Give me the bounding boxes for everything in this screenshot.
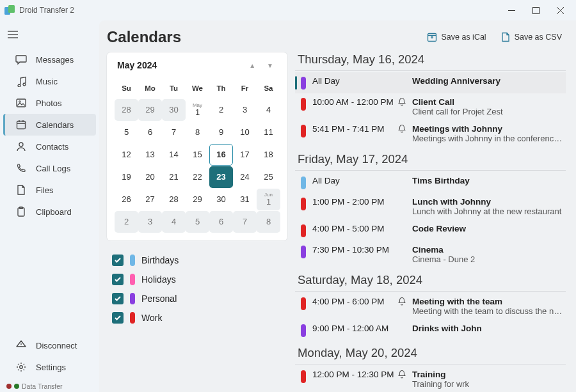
mini-calendar-day[interactable]: 28 bbox=[162, 189, 186, 210]
mini-calendar-day[interactable]: Jun1 bbox=[257, 189, 280, 210]
sidebar-item-call-logs[interactable]: Call Logs bbox=[3, 157, 96, 179]
event-color-pill bbox=[301, 297, 306, 310]
mini-calendar-day[interactable]: 24 bbox=[233, 166, 257, 188]
mini-calendar-day[interactable]: 16 bbox=[209, 144, 233, 166]
mini-calendar-title: May 2024 bbox=[117, 60, 157, 70]
mini-calendar-prev-button[interactable]: ▲ bbox=[245, 61, 259, 70]
event-row[interactable]: All Day Wedding Anniversary bbox=[295, 72, 566, 93]
mini-calendar-day[interactable]: 30 bbox=[162, 99, 186, 121]
event-row[interactable]: 9:00 PM - 12:00 AM Drinks with John bbox=[295, 320, 566, 341]
event-color-pill bbox=[301, 98, 306, 111]
mini-calendar-day[interactable]: 5 bbox=[186, 211, 209, 233]
checkbox-icon[interactable] bbox=[112, 274, 124, 285]
mini-calendar-day[interactable]: 28 bbox=[115, 99, 138, 121]
mini-calendar-day[interactable]: 26 bbox=[115, 189, 138, 210]
category-list: Birthdays Holidays Personal Work bbox=[107, 248, 287, 327]
mini-calendar-day[interactable]: 29 bbox=[138, 99, 162, 121]
sidebar-item-disconnect[interactable]: Disconnect bbox=[3, 334, 96, 356]
mini-calendar-day-number: 19 bbox=[122, 172, 131, 182]
mini-calendar-day[interactable]: 21 bbox=[162, 166, 186, 188]
event-time: 5:41 PM - 7:41 PM bbox=[312, 124, 397, 134]
mini-calendar-day[interactable]: 2 bbox=[115, 211, 138, 233]
mini-calendar-day[interactable]: 8 bbox=[186, 122, 209, 143]
mini-calendar-day[interactable]: 8 bbox=[257, 211, 280, 233]
category-personal[interactable]: Personal bbox=[112, 289, 282, 308]
mini-calendar-day[interactable]: 7 bbox=[233, 211, 257, 233]
sidebar-item-contacts[interactable]: Contacts bbox=[3, 136, 96, 157]
mini-calendar-day[interactable]: 5 bbox=[115, 122, 138, 143]
event-row[interactable]: 4:00 PM - 6:00 PM Meeting with the team … bbox=[295, 293, 566, 320]
window-maximize-button[interactable] bbox=[524, 1, 548, 19]
mini-calendar-dow: Su bbox=[115, 81, 138, 98]
sidebar-item-clipboard[interactable]: Clipboard bbox=[3, 201, 96, 223]
event-row[interactable]: 5:41 PM - 7:41 PM Meetings with Johnny M… bbox=[295, 120, 566, 147]
mini-calendar-day[interactable]: 30 bbox=[209, 189, 233, 210]
mini-calendar-day[interactable]: 9 bbox=[209, 122, 233, 143]
mini-calendar-day[interactable]: 18 bbox=[257, 144, 280, 166]
category-holidays[interactable]: Holidays bbox=[112, 270, 282, 289]
checkbox-icon[interactable] bbox=[112, 312, 124, 324]
checkbox-icon[interactable] bbox=[112, 255, 124, 266]
event-text: Cinema Cinema - Dune 2 bbox=[412, 245, 566, 264]
sidebar-item-settings[interactable]: Settings bbox=[3, 356, 96, 378]
save-ical-button[interactable]: Save as iCal bbox=[423, 29, 490, 45]
event-row[interactable]: 7:30 PM - 10:30 PM Cinema Cinema - Dune … bbox=[295, 241, 566, 268]
mini-calendar-day[interactable]: 4 bbox=[257, 99, 280, 121]
event-row[interactable]: All Day Tims Birthday bbox=[295, 172, 566, 193]
mini-calendar-day[interactable]: 31 bbox=[233, 189, 257, 210]
event-row[interactable]: 1:00 PM - 2:00 PM Lunch with Johnny Lunc… bbox=[295, 193, 566, 220]
mini-calendar-day-number: 5 bbox=[124, 127, 129, 137]
mini-calendar-day[interactable]: 6 bbox=[209, 211, 233, 233]
mini-calendar-day[interactable]: 10 bbox=[233, 122, 257, 143]
mini-calendar-day-number: 3 bbox=[148, 217, 152, 226]
event-row[interactable]: 4:00 PM - 5:00 PM Code Review bbox=[295, 220, 566, 241]
mini-calendar-day-number: 31 bbox=[240, 194, 249, 204]
category-work[interactable]: Work bbox=[112, 308, 282, 327]
svg-point-9 bbox=[20, 366, 23, 369]
mini-calendar-day[interactable]: 4 bbox=[162, 211, 186, 233]
event-selection-bar bbox=[295, 97, 297, 116]
mini-calendar-day[interactable]: 14 bbox=[162, 144, 186, 166]
mini-calendar-day[interactable]: 27 bbox=[138, 189, 162, 210]
event-text: Wedding Anniversary bbox=[412, 76, 566, 86]
window-close-button[interactable] bbox=[548, 1, 572, 19]
day-title: Thursday, May 16, 2024 bbox=[295, 52, 566, 71]
menu-toggle-button[interactable] bbox=[0, 23, 26, 46]
sidebar-item-photos[interactable]: Photos bbox=[3, 92, 96, 114]
mini-calendar-day[interactable]: 15 bbox=[186, 144, 209, 166]
mini-calendar-day[interactable]: 7 bbox=[162, 122, 186, 143]
mini-calendar-day[interactable]: 25 bbox=[257, 166, 280, 188]
mini-calendar-day[interactable]: 3 bbox=[138, 211, 162, 233]
mini-calendar-day[interactable]: 11 bbox=[257, 122, 280, 143]
checkbox-icon[interactable] bbox=[112, 293, 124, 304]
category-birthdays[interactable]: Birthdays bbox=[112, 251, 282, 270]
sidebar-item-files[interactable]: Files bbox=[3, 179, 96, 201]
mini-calendar-day[interactable]: 13 bbox=[138, 144, 162, 166]
mini-calendar-day[interactable]: 29 bbox=[186, 189, 209, 210]
mini-calendar-day[interactable]: 17 bbox=[233, 144, 257, 166]
mini-calendar-day[interactable]: 6 bbox=[138, 122, 162, 143]
mini-calendar-next-button[interactable]: ▼ bbox=[263, 61, 277, 70]
event-time: 12:00 PM - 12:30 PM bbox=[312, 370, 397, 379]
mini-calendar-day[interactable]: 2 bbox=[209, 99, 233, 121]
event-row[interactable]: 10:00 AM - 12:00 PM Client Call Client c… bbox=[295, 93, 566, 120]
mini-calendar-day-number: 8 bbox=[266, 217, 271, 226]
mini-calendar-day[interactable]: 3 bbox=[233, 99, 257, 121]
save-csv-button[interactable]: Save as CSV bbox=[497, 29, 566, 45]
window-minimize-button[interactable] bbox=[499, 1, 524, 19]
mini-calendar-day[interactable]: 12 bbox=[115, 144, 138, 166]
mini-calendar-day[interactable]: 19 bbox=[115, 166, 138, 188]
mini-calendar-day[interactable]: 22 bbox=[186, 166, 209, 188]
mini-calendar-day-number: 23 bbox=[216, 172, 225, 182]
bell-icon bbox=[397, 297, 407, 306]
event-text: Tims Birthday bbox=[412, 176, 566, 185]
day-block: Friday, May 17, 2024 All Day Tims Birthd… bbox=[295, 150, 566, 268]
mini-calendar-day[interactable]: May1 bbox=[186, 99, 209, 121]
mini-calendar-day[interactable]: 20 bbox=[138, 166, 162, 188]
sidebar-item-messages[interactable]: Messages bbox=[3, 49, 96, 70]
event-title: Drinks with John bbox=[412, 324, 566, 333]
event-row[interactable]: 12:00 PM - 12:30 PM Training Training fo… bbox=[295, 366, 566, 392]
sidebar-item-calendars[interactable]: Calendars bbox=[3, 114, 96, 136]
mini-calendar-day[interactable]: 23 bbox=[209, 166, 233, 188]
sidebar-item-music[interactable]: Music bbox=[3, 70, 96, 92]
